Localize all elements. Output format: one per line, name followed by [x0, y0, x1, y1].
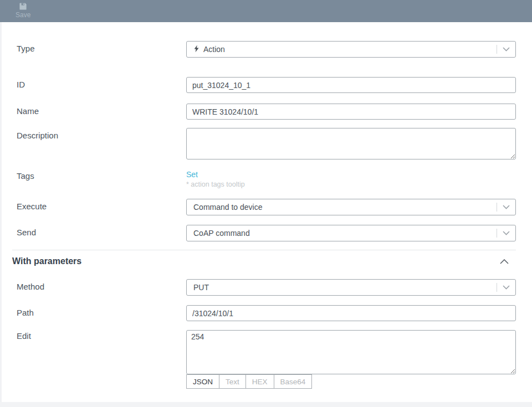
send-dropdown[interactable]: CoAP command [186, 225, 516, 241]
tags-row: Tags Set * action tags tooltip [17, 170, 516, 189]
type-row: Type Action [17, 41, 516, 58]
path-input[interactable] [186, 305, 516, 321]
edit-payload-textarea[interactable]: 254 [186, 330, 516, 374]
method-row: Method PUT [17, 279, 516, 296]
execute-row: Execute Command to device [17, 199, 516, 215]
set-tags-link[interactable]: Set [186, 170, 516, 179]
description-row: Description [17, 128, 516, 159]
description-textarea[interactable] [186, 128, 516, 159]
id-row: ID [17, 77, 516, 93]
save-button[interactable]: Save [11, 0, 35, 20]
tab-hex[interactable]: HEX [245, 374, 274, 389]
chevron-down-icon [497, 47, 515, 51]
lightning-bolt-icon [193, 45, 200, 54]
edit-label: Edit [17, 330, 186, 341]
description-label: Description [17, 128, 186, 141]
execute-label: Execute [17, 199, 186, 212]
with-parameters-title: With parameters [12, 256, 500, 266]
method-dropdown-value: PUT [193, 283, 209, 292]
section-divider [12, 250, 516, 250]
path-row: Path [17, 305, 516, 321]
edit-row: Edit 254 JSON Text HEX Base64 [17, 330, 516, 389]
bottom-edge-strip [0, 402, 532, 407]
type-label: Type [17, 41, 186, 54]
save-floppy-icon [19, 2, 27, 11]
tab-json[interactable]: JSON [186, 374, 219, 389]
tags-tooltip-text: * action tags tooltip [186, 180, 516, 189]
chevron-down-icon [497, 285, 515, 290]
method-dropdown[interactable]: PUT [186, 279, 516, 296]
action-form: Type Action ID [0, 22, 532, 389]
tab-base64[interactable]: Base64 [274, 374, 313, 389]
with-parameters-header[interactable]: With parameters [12, 256, 516, 266]
type-dropdown[interactable]: Action [186, 41, 516, 58]
chevron-up-icon[interactable] [500, 259, 516, 264]
name-label: Name [17, 104, 186, 116]
send-row: Send CoAP command [17, 225, 516, 241]
id-input[interactable] [186, 77, 516, 93]
chevron-down-icon [497, 205, 515, 209]
type-dropdown-value: Action [203, 45, 225, 54]
execute-dropdown-value: Command to device [193, 203, 263, 212]
tags-label: Tags [17, 170, 186, 181]
name-input[interactable] [186, 104, 516, 120]
toolbar: Save [0, 0, 532, 22]
method-label: Method [17, 279, 186, 292]
chevron-down-icon [497, 231, 515, 235]
send-dropdown-value: CoAP command [193, 229, 250, 238]
send-label: Send [17, 225, 186, 238]
execute-dropdown[interactable]: Command to device [186, 199, 516, 215]
payload-format-tabs: JSON Text HEX Base64 [186, 374, 516, 389]
save-button-label: Save [16, 11, 30, 19]
left-edge-strip [0, 22, 2, 407]
path-label: Path [17, 305, 186, 318]
name-row: Name [17, 104, 516, 120]
tab-text[interactable]: Text [219, 374, 246, 389]
id-label: ID [17, 77, 186, 90]
